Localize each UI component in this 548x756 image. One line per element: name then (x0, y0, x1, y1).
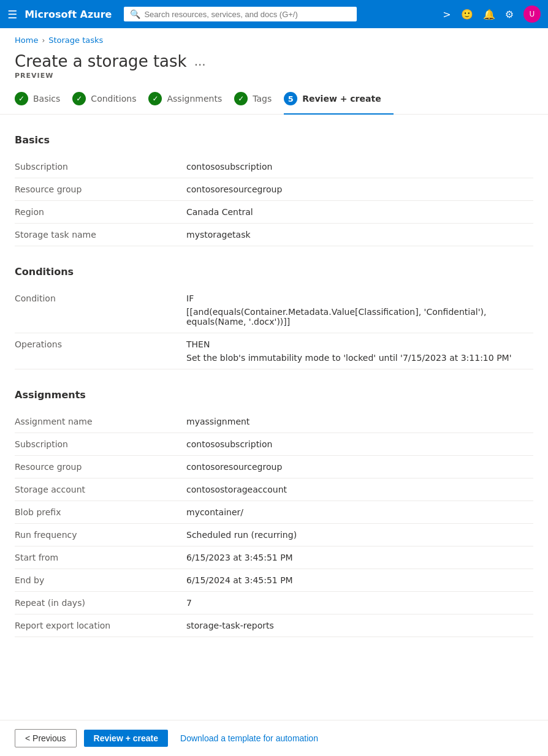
step-conditions-circle (72, 92, 86, 105)
table-row: Operations THEN Set the blob's immutabil… (15, 333, 533, 369)
main-content: Basics Subscription contososubscription … (0, 115, 548, 718)
table-row: Subscription contososubscription (15, 433, 533, 456)
conditions-table: Condition IF [[and(equals(Container.Meta… (15, 287, 533, 369)
assign-name-label: Assignment name (15, 410, 186, 433)
more-options-button[interactable]: ... (194, 54, 206, 69)
step-conditions-check (76, 94, 82, 103)
assign-name-value: myassignment (186, 410, 533, 433)
breadcrumb-storage-tasks[interactable]: Storage tasks (48, 36, 103, 45)
assign-blob-label: Blob prefix (15, 501, 186, 524)
topnav-icons: > 🙂 🔔 ⚙ U (443, 6, 541, 23)
page-title-text: Create a storage task (15, 52, 187, 70)
table-row: Resource group contosoresourcegroup (15, 178, 533, 201)
step-basics-label: Basics (33, 94, 60, 104)
table-row: Repeat (in days) 7 (15, 592, 533, 614)
basics-rg-label: Resource group (15, 178, 186, 201)
step-conditions-label: Conditions (91, 94, 136, 104)
step-basics-circle (15, 92, 28, 105)
operations-value: THEN Set the blob's immutability mode to… (186, 333, 533, 369)
table-row: End by 6/15/2024 at 3:45:51 PM (15, 569, 533, 592)
assign-rg-label: Resource group (15, 456, 186, 478)
table-row: Resource group contosoresourcegroup (15, 456, 533, 478)
step-tags-circle (234, 92, 248, 105)
assign-sa-label: Storage account (15, 478, 186, 501)
assign-freq-value: Scheduled run (recurring) (186, 524, 533, 546)
assign-report-label: Report export location (15, 614, 186, 637)
assign-repeat-label: Repeat (in days) (15, 592, 186, 614)
breadcrumb: Home › Storage tasks (0, 28, 548, 47)
assign-sub-label: Subscription (15, 433, 186, 456)
step-tags-label: Tags (253, 94, 272, 104)
notifications-icon[interactable]: 🔔 (483, 9, 495, 20)
assign-freq-label: Run frequency (15, 524, 186, 546)
assign-report-value: storage-task-reports (186, 614, 533, 637)
assign-end-value: 6/15/2024 at 3:45:51 PM (186, 569, 533, 592)
page-header: Create a storage task ... PREVIEW (0, 47, 548, 80)
assign-rg-value: contosoresourcegroup (186, 456, 533, 478)
preview-badge: PREVIEW (15, 72, 533, 80)
operations-label: Operations (15, 333, 186, 369)
wizard-step-tags[interactable]: Tags (234, 92, 284, 114)
assign-repeat-value: 7 (186, 592, 533, 614)
step-assignments-circle (148, 92, 162, 105)
assignments-table: Assignment name myassignment Subscriptio… (15, 410, 533, 637)
table-row: Report export location storage-task-repo… (15, 614, 533, 637)
wizard-step-basics[interactable]: Basics (15, 92, 72, 114)
table-row: Condition IF [[and(equals(Container.Meta… (15, 287, 533, 333)
condition-if: IF (186, 293, 533, 303)
cloud-shell-icon[interactable]: > (443, 9, 451, 20)
settings-icon[interactable]: ⚙ (505, 9, 514, 20)
step-review-circle: 5 (284, 92, 297, 105)
breadcrumb-sep-1: › (42, 36, 45, 45)
basics-taskname-label: Storage task name (15, 224, 186, 246)
table-row: Start from 6/15/2023 at 3:45:51 PM (15, 546, 533, 569)
wizard-step-assignments[interactable]: Assignments (148, 92, 234, 114)
basics-subscription-value: contososubscription (186, 156, 533, 178)
assign-start-label: Start from (15, 546, 186, 569)
hamburger-icon[interactable]: ☰ (7, 8, 17, 21)
operations-description: Set the blob's immutability mode to 'loc… (186, 353, 533, 363)
wizard-steps: Basics Conditions Assignments Tags 5 Rev… (0, 80, 548, 115)
basics-subscription-label: Subscription (15, 156, 186, 178)
step-assignments-label: Assignments (167, 94, 222, 104)
step-assignments-check (152, 94, 158, 103)
basics-region-label: Region (15, 201, 186, 224)
assign-blob-value: mycontainer/ (186, 501, 533, 524)
profile-icon[interactable]: U (523, 6, 541, 23)
assign-end-label: End by (15, 569, 186, 592)
search-box[interactable]: 🔍 (124, 7, 357, 21)
assign-start-value: 6/15/2023 at 3:45:51 PM (186, 546, 533, 569)
table-row: Subscription contososubscription (15, 156, 533, 178)
table-row: Storage task name mystoragetask (15, 224, 533, 246)
topnav: ☰ Microsoft Azure 🔍 > 🙂 🔔 ⚙ U (0, 0, 548, 28)
azure-logo: Microsoft Azure (25, 9, 112, 20)
search-icon: 🔍 (130, 9, 140, 19)
wizard-step-conditions[interactable]: Conditions (72, 92, 148, 114)
table-row: Assignment name myassignment (15, 410, 533, 433)
table-row: Run frequency Scheduled run (recurring) (15, 524, 533, 546)
step-basics-check (18, 94, 25, 103)
assign-sa-value: contosostorageaccount (186, 478, 533, 501)
basics-rg-value: contosoresourcegroup (186, 178, 533, 201)
assign-sub-value: contososubscription (186, 433, 533, 456)
basics-table: Subscription contososubscription Resourc… (15, 156, 533, 246)
step-tags-check (238, 94, 244, 103)
table-row: Blob prefix mycontainer/ (15, 501, 533, 524)
operations-then: THEN (186, 339, 533, 349)
breadcrumb-home[interactable]: Home (15, 36, 38, 45)
table-row: Region Canada Central (15, 201, 533, 224)
assignments-heading: Assignments (15, 389, 533, 401)
basics-heading: Basics (15, 134, 533, 146)
basics-taskname-value: mystoragetask (186, 224, 533, 246)
condition-expression: [[and(equals(Container.Metadata.Value[Cl… (186, 307, 533, 327)
wizard-step-review[interactable]: 5 Review + create (284, 92, 393, 114)
search-input[interactable] (144, 10, 351, 19)
basics-region-value: Canada Central (186, 201, 533, 224)
conditions-heading: Conditions (15, 266, 533, 278)
table-row: Storage account contosostorageaccount (15, 478, 533, 501)
feedback-icon[interactable]: 🙂 (461, 9, 473, 20)
step-review-label: Review + create (302, 94, 381, 104)
condition-label: Condition (15, 287, 186, 333)
condition-value: IF [[and(equals(Container.Metadata.Value… (186, 287, 533, 333)
